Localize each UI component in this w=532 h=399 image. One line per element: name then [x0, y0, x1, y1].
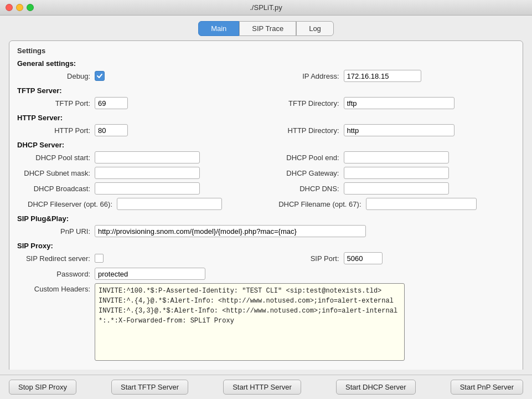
http-server-label: HTTP Server: — [17, 114, 515, 122]
debug-checkbox[interactable] — [95, 71, 105, 81]
window-title: ./SPLiT.py — [250, 3, 282, 12]
dhcp-broadcast-label: DHCP Broadcast: — [17, 185, 95, 193]
sip-redirect-label: SIP Redirect server: — [17, 254, 95, 263]
tftp-row: TFTP Port: TFTP Directory: — [17, 97, 515, 109]
pnp-uri-label: PnP URI: — [17, 227, 95, 236]
password-input[interactable] — [95, 268, 205, 280]
password-col: Password: — [17, 268, 515, 280]
dhcp-fileserver-col: DHCP Fileserver (opt. 66): — [17, 198, 266, 210]
dhcp-fileserver-row: DHCP Fileserver (opt. 66): DHCP Filename… — [17, 198, 515, 210]
minimize-button[interactable] — [16, 4, 23, 11]
dhcp-subnet-label: DHCP Subnet mask: — [17, 169, 95, 177]
tab-bar: Main SIP Trace Log — [0, 16, 532, 40]
tftp-dir-input[interactable] — [344, 97, 454, 109]
dhcp-filename-label: DHCP Filename (opt. 67): — [266, 200, 366, 208]
dhcp-dns-input[interactable] — [344, 182, 449, 195]
tftp-port-input[interactable] — [95, 97, 128, 109]
http-port-input[interactable] — [95, 124, 128, 136]
password-row: Password: — [17, 268, 515, 280]
sip-port-col: SIP Port: — [266, 252, 515, 264]
dhcp-subnet-row: DHCP Subnet mask: DHCP Gateway: — [17, 167, 515, 179]
debug-label: Debug: — [17, 72, 95, 80]
dhcp-gateway-col: DHCP Gateway: — [266, 167, 515, 179]
ip-address-col: IP Address: — [266, 70, 515, 82]
dhcp-broadcast-row: DHCP Broadcast: DHCP DNS: — [17, 182, 515, 195]
settings-group: Settings General settings: Debug: IP Add… — [9, 40, 523, 370]
ip-address-label: IP Address: — [266, 72, 344, 80]
dhcp-gateway-label: DHCP Gateway: — [266, 169, 344, 177]
sip-port-input[interactable] — [344, 252, 383, 264]
http-dir-col: HTTP Directory: — [266, 124, 515, 136]
dhcp-fileserver-label: DHCP Fileserver (opt. 66): — [17, 200, 117, 208]
bottom-bar: Stop SIP Proxy Start TFTP Server Start H… — [0, 375, 532, 399]
http-dir-label: HTTP Directory: — [266, 126, 344, 135]
dhcp-broadcast-col: DHCP Broadcast: — [17, 182, 266, 195]
sip-plugplay-label: SIP Plug&Play: — [17, 214, 515, 223]
dhcp-pool-end-input[interactable] — [344, 151, 449, 163]
dhcp-fileserver-input[interactable] — [117, 198, 222, 210]
sip-redirect-row: SIP Redirect server: SIP Port: — [17, 252, 515, 264]
dhcp-broadcast-input[interactable] — [95, 182, 200, 195]
dhcp-pool-start-col: DHCP Pool start: — [17, 151, 266, 163]
tftp-dir-col: TFTP Directory: — [266, 97, 515, 109]
custom-headers-row: Custom Headers: — [17, 283, 515, 361]
close-button[interactable] — [6, 4, 13, 11]
dhcp-server-label: DHCP Server: — [17, 141, 515, 149]
dhcp-pool-start-label: DHCP Pool start: — [17, 154, 95, 162]
tftp-port-label: TFTP Port: — [17, 99, 95, 108]
tftp-server-label: TFTP Server: — [17, 86, 515, 95]
sip-port-label: SIP Port: — [266, 254, 344, 263]
dhcp-dns-label: DHCP DNS: — [266, 185, 344, 193]
dhcp-subnet-col: DHCP Subnet mask: — [17, 167, 266, 179]
check-icon — [96, 73, 103, 79]
dhcp-dns-col: DHCP DNS: — [266, 182, 515, 195]
ip-address-input[interactable] — [344, 70, 421, 82]
sip-redirect-checkbox[interactable] — [95, 254, 104, 263]
http-port-label: HTTP Port: — [17, 126, 95, 135]
title-bar: ./SPLiT.py — [0, 0, 532, 16]
pnp-uri-input[interactable] — [95, 225, 366, 237]
dhcp-gateway-input[interactable] — [344, 167, 449, 179]
tftp-port-col: TFTP Port: — [17, 97, 266, 109]
main-content: Settings General settings: Debug: IP Add… — [0, 40, 532, 370]
tab-main[interactable]: Main — [198, 21, 239, 36]
dhcp-pool-end-label: DHCP Pool end: — [266, 154, 344, 162]
http-dir-input[interactable] — [344, 124, 454, 136]
dhcp-pool-start-input[interactable] — [95, 151, 200, 163]
dhcp-pool-row: DHCP Pool start: DHCP Pool end: — [17, 151, 515, 163]
start-http-server-button[interactable]: Start HTTP Server — [223, 380, 301, 395]
debug-col: Debug: — [17, 71, 266, 81]
dhcp-subnet-input[interactable] — [95, 167, 200, 179]
password-label: Password: — [17, 270, 95, 278]
start-dhcp-server-button[interactable]: Start DHCP Server — [336, 380, 416, 395]
dhcp-filename-input[interactable] — [366, 198, 477, 210]
sip-redirect-col: SIP Redirect server: — [17, 254, 266, 263]
settings-legend: Settings — [17, 47, 515, 55]
maximize-button[interactable] — [27, 4, 34, 11]
start-tftp-server-button[interactable]: Start TFTP Server — [111, 380, 188, 395]
custom-headers-textarea[interactable] — [95, 283, 405, 361]
stop-sip-proxy-button[interactable]: Stop SIP Proxy — [9, 380, 76, 395]
tftp-dir-label: TFTP Directory: — [266, 99, 344, 108]
custom-headers-label: Custom Headers: — [17, 283, 95, 293]
window-controls[interactable] — [6, 4, 34, 11]
dhcp-filename-col: DHCP Filename (opt. 67): — [266, 198, 515, 210]
http-port-col: HTTP Port: — [17, 124, 266, 136]
dhcp-pool-end-col: DHCP Pool end: — [266, 151, 515, 163]
general-settings-label: General settings: — [17, 59, 515, 68]
tab-log[interactable]: Log — [296, 21, 334, 36]
http-row: HTTP Port: HTTP Directory: — [17, 124, 515, 136]
pnp-row: PnP URI: — [17, 225, 515, 237]
start-pnp-server-button[interactable]: Start PnP Server — [451, 380, 523, 395]
debug-row: Debug: IP Address: — [17, 70, 515, 82]
tab-sip-trace[interactable]: SIP Trace — [239, 21, 296, 36]
sip-proxy-label: SIP Proxy: — [17, 242, 515, 250]
